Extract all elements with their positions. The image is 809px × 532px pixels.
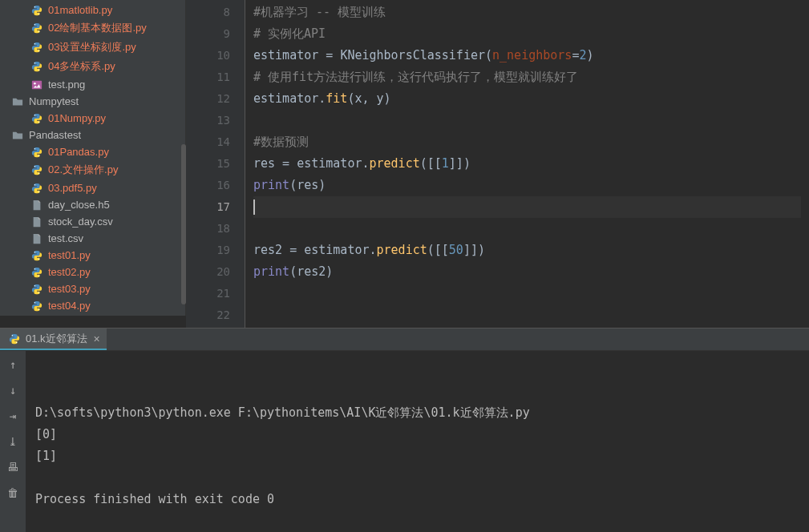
file-item[interactable]: test01.py bbox=[0, 247, 185, 264]
svg-rect-8 bbox=[32, 80, 42, 89]
item-label: 02.文件操作.py bbox=[48, 163, 118, 177]
file-item[interactable]: 01Pandas.py bbox=[0, 143, 185, 160]
file-item[interactable]: 03.pdf5.py bbox=[0, 179, 185, 196]
svg-point-26 bbox=[12, 334, 13, 335]
svg-point-22 bbox=[34, 284, 35, 285]
item-label: test03.py bbox=[48, 283, 91, 295]
code-line[interactable]: estimator.fit(x, y) bbox=[253, 88, 801, 110]
svg-point-4 bbox=[34, 43, 35, 44]
code-line[interactable]: # 实例化API bbox=[253, 23, 801, 45]
code-line[interactable] bbox=[253, 304, 801, 326]
item-label: test.png bbox=[48, 79, 85, 91]
item-label: 03设置坐标刻度.py bbox=[48, 40, 136, 54]
file-item[interactable]: day_close.h5 bbox=[0, 196, 185, 213]
code-area[interactable]: #机器学习 -- 模型训练# 实例化APIestimator = KNeighb… bbox=[245, 0, 809, 328]
svg-point-17 bbox=[38, 191, 39, 191]
line-number: 9 bbox=[186, 23, 230, 45]
item-label: test02.py bbox=[48, 266, 91, 278]
python-icon bbox=[29, 22, 45, 34]
close-icon[interactable]: × bbox=[94, 332, 100, 345]
line-number: 12 bbox=[186, 88, 230, 110]
file-item[interactable]: 01matlotlib.py bbox=[0, 2, 185, 18]
item-label: stock_day.csv bbox=[48, 216, 113, 228]
code-line[interactable]: print(res) bbox=[253, 175, 801, 196]
line-number: 15 bbox=[186, 153, 230, 175]
svg-point-10 bbox=[34, 114, 35, 115]
code-line[interactable]: estimator = KNeighborsClassifier(n_neigh… bbox=[253, 45, 801, 66]
console-line: Process finished with exit code 0 bbox=[35, 489, 799, 510]
console-tab[interactable]: 01.k近邻算法 × bbox=[0, 328, 107, 350]
svg-point-24 bbox=[34, 301, 35, 302]
svg-point-6 bbox=[34, 62, 35, 63]
sidebar-scrollbar[interactable] bbox=[181, 144, 186, 304]
file-icon bbox=[29, 200, 45, 211]
line-number: 10 bbox=[186, 45, 230, 66]
svg-point-2 bbox=[34, 24, 35, 25]
code-line[interactable]: res2 = estimator.predict([[50]]) bbox=[253, 240, 801, 261]
item-label: test04.py bbox=[48, 300, 91, 312]
line-number: 22 bbox=[186, 304, 230, 326]
code-editor[interactable]: 8910111213141516171819202122 #机器学习 -- 模型… bbox=[186, 0, 809, 328]
line-number: 14 bbox=[186, 131, 230, 153]
line-number: 20 bbox=[186, 261, 230, 283]
svg-point-9 bbox=[34, 82, 36, 84]
code-line[interactable] bbox=[253, 218, 801, 240]
svg-point-15 bbox=[38, 173, 39, 174]
svg-point-14 bbox=[34, 166, 35, 167]
scroll-down-icon[interactable]: ↓ bbox=[4, 381, 22, 399]
code-line[interactable] bbox=[253, 283, 801, 304]
svg-point-13 bbox=[38, 155, 39, 155]
svg-point-20 bbox=[34, 268, 35, 268]
python-icon bbox=[29, 113, 45, 124]
code-line[interactable] bbox=[253, 196, 801, 218]
file-item[interactable]: 01Numpy.py bbox=[0, 110, 185, 127]
svg-point-21 bbox=[38, 275, 39, 276]
file-item[interactable]: test.csv bbox=[0, 230, 185, 247]
file-item[interactable]: test04.py bbox=[0, 297, 185, 314]
file-item[interactable]: 04多坐标系.py bbox=[0, 57, 185, 76]
item-label: 01Numpy.py bbox=[48, 112, 106, 124]
code-line[interactable]: print(res2) bbox=[253, 261, 801, 283]
folder-item[interactable]: Pandastest bbox=[0, 127, 185, 143]
code-line[interactable]: #机器学习 -- 模型训练 bbox=[253, 2, 801, 23]
item-label: Numpytest bbox=[29, 95, 79, 107]
svg-point-25 bbox=[38, 308, 39, 309]
trash-icon[interactable]: 🗑 bbox=[4, 484, 22, 502]
project-sidebar[interactable]: 01matlotlib.py02绘制基本数据图.py03设置坐标刻度.py04多… bbox=[0, 0, 186, 316]
scroll-up-icon[interactable]: ↑ bbox=[4, 356, 22, 373]
python-icon bbox=[29, 42, 45, 53]
item-label: 02绘制基本数据图.py bbox=[48, 21, 147, 35]
item-label: 01Pandas.py bbox=[48, 146, 109, 158]
svg-point-5 bbox=[38, 50, 39, 51]
file-item[interactable]: test03.py bbox=[0, 280, 185, 297]
python-icon bbox=[29, 5, 45, 16]
folder-item[interactable]: Numpytest bbox=[0, 93, 185, 110]
code-line[interactable] bbox=[253, 110, 801, 131]
python-icon bbox=[29, 147, 45, 158]
text-cursor bbox=[253, 200, 255, 215]
svg-point-11 bbox=[38, 121, 39, 122]
file-icon bbox=[29, 216, 45, 228]
console-toolbar: ↑ ↓ ⇥ ⤓ 🖶 🗑 bbox=[0, 351, 26, 532]
file-item[interactable]: 02.文件操作.py bbox=[0, 160, 185, 179]
svg-point-16 bbox=[34, 183, 35, 184]
file-item[interactable]: 03设置坐标刻度.py bbox=[0, 38, 185, 57]
print-icon[interactable]: 🖶 bbox=[4, 458, 22, 476]
soft-wrap-icon[interactable]: ⇥ bbox=[4, 407, 22, 425]
svg-point-12 bbox=[34, 147, 35, 148]
code-line[interactable]: res = estimator.predict([[1]]) bbox=[253, 153, 801, 175]
file-item[interactable]: test02.py bbox=[0, 264, 185, 280]
console-output[interactable]: D:\softs\python3\python.exe F:\pythonite… bbox=[26, 351, 809, 532]
python-icon bbox=[29, 284, 45, 295]
console-line: [0] bbox=[35, 424, 799, 445]
scroll-end-icon[interactable]: ⤓ bbox=[4, 433, 22, 450]
file-item[interactable]: test.png bbox=[0, 76, 185, 93]
file-item[interactable]: 02绘制基本数据图.py bbox=[0, 18, 185, 38]
file-item[interactable]: stock_day.csv bbox=[0, 213, 185, 230]
svg-point-18 bbox=[34, 251, 35, 252]
console-wrap: 01.k近邻算法 × ↑ ↓ ⇥ ⤓ 🖶 🗑 D:\softs\python3\… bbox=[0, 328, 809, 532]
code-line[interactable]: # 使用fit方法进行训练，这行代码执行了，模型就训练好了 bbox=[253, 66, 801, 88]
line-number-gutter: 8910111213141516171819202122 bbox=[186, 0, 245, 328]
svg-point-19 bbox=[38, 258, 39, 259]
code-line[interactable]: #数据预测 bbox=[253, 131, 801, 153]
